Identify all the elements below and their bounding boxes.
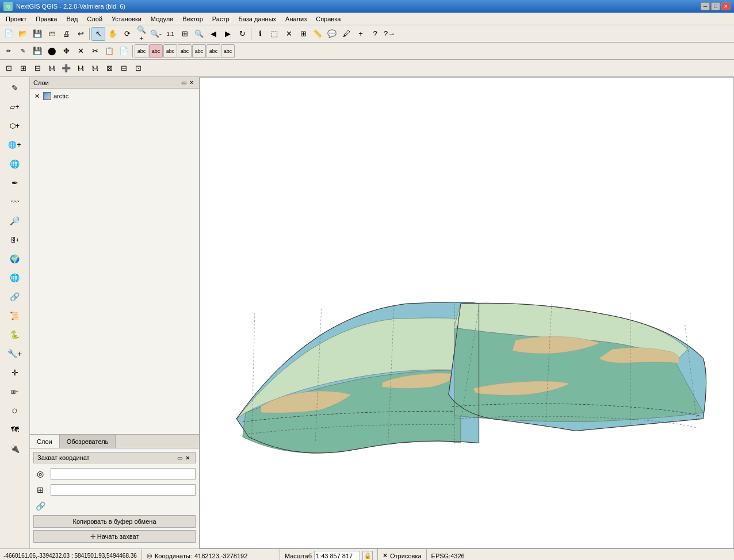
snake-tool[interactable]: 🐍 — [6, 325, 24, 344]
plugin-btn-6[interactable]: Ⲙ — [74, 62, 87, 75]
query-tool[interactable]: 🔎 — [6, 212, 24, 230]
copy-to-clipboard-button[interactable]: Копировать в буфер обмена — [33, 515, 196, 528]
menu-vector[interactable]: Вектор — [178, 13, 208, 25]
label-abc-5[interactable]: abc — [207, 44, 220, 58]
layer-visibility-checkbox[interactable]: ✕ — [33, 93, 41, 100]
scale-input[interactable] — [314, 551, 360, 561]
tab-layers[interactable]: Слои — [30, 435, 60, 448]
rotate-button[interactable]: ⟳ — [120, 27, 134, 41]
spanner-tool[interactable]: 🔧+ — [6, 344, 24, 363]
undo-button[interactable]: ↩ — [74, 27, 87, 41]
coord-x-input[interactable] — [51, 468, 196, 480]
plugin-btn-7[interactable]: Ⲙ — [88, 62, 102, 75]
annotation-button[interactable]: 🖊 — [339, 27, 353, 41]
move-tool[interactable]: ✥ — [59, 44, 73, 58]
table-tool[interactable]: ⊞+ — [6, 382, 24, 401]
coord-y-input[interactable] — [51, 484, 196, 496]
edit-tool[interactable]: ✏ — [2, 44, 16, 58]
open-project-button[interactable]: 📂 — [16, 27, 30, 41]
identify-button[interactable]: ℹ — [253, 27, 267, 41]
menu-database[interactable]: База данных — [234, 13, 281, 25]
layers-close-button[interactable]: ✕ — [188, 79, 196, 87]
label-abc-3[interactable]: abc — [178, 44, 192, 58]
plugin-btn-9[interactable]: ⊟ — [117, 62, 131, 75]
new-project-button[interactable]: 📄 — [2, 27, 16, 41]
maximize-button[interactable]: □ — [711, 2, 720, 10]
paste-tool[interactable]: 📄 — [117, 44, 131, 58]
help-button[interactable]: ? — [368, 27, 382, 41]
map-tool[interactable]: 🗺 — [6, 420, 24, 439]
add-wms-tool[interactable]: 🌐+ — [6, 136, 24, 154]
scale-lock-button[interactable]: 🔒 — [362, 551, 373, 561]
layer-item-arctic[interactable]: ✕ arctic — [32, 91, 197, 101]
zoom-actual-button[interactable]: 1:1 — [163, 27, 177, 41]
edit2-tool[interactable]: ✎ — [16, 44, 30, 58]
menu-edit[interactable]: Правка — [31, 13, 62, 25]
whats-this-button[interactable]: ?→ — [383, 27, 396, 41]
measure-button[interactable]: 📏 — [311, 27, 324, 41]
label-abc-2[interactable]: abc — [163, 44, 177, 58]
menu-help[interactable]: Справка — [311, 13, 345, 25]
add-raster-tool[interactable]: ⬡+ — [6, 117, 24, 135]
menu-layer[interactable]: Слой — [82, 13, 107, 25]
zoom-in-button[interactable]: 🔍+ — [135, 27, 148, 41]
zoom-extent-button[interactable]: ⊞ — [178, 27, 192, 41]
stream-tool[interactable]: 〰 — [6, 193, 24, 211]
menu-settings[interactable]: Установки — [107, 13, 146, 25]
deselect-button[interactable]: ✕ — [282, 27, 296, 41]
close-button[interactable]: ✕ — [721, 2, 731, 10]
coord-close-button[interactable]: ✕ — [183, 454, 192, 462]
refresh-button[interactable]: ↻ — [235, 27, 249, 41]
zoom-prev-button[interactable]: ◀ — [207, 27, 220, 41]
add-feature-button[interactable]: + — [354, 27, 368, 41]
map-canvas[interactable] — [200, 77, 734, 549]
plugin-btn-2[interactable]: ⊞ — [16, 62, 30, 75]
draw-point[interactable]: ⬤ — [45, 44, 59, 58]
zoom-out-button[interactable]: 🔍- — [149, 27, 163, 41]
label-abc-pin[interactable]: abc — [149, 44, 163, 58]
menu-plugins[interactable]: Модули — [146, 13, 178, 25]
zoom-layer-button[interactable]: 🔍 — [192, 27, 206, 41]
print-button[interactable]: 🖨 — [59, 27, 73, 41]
start-capture-button[interactable]: ✛ Начать захват — [33, 530, 196, 543]
save-layer[interactable]: 💾 — [30, 44, 44, 58]
globe-tool[interactable]: 🌍 — [6, 250, 24, 268]
add-polygon-tool[interactable]: ▱+ — [6, 98, 24, 116]
plugin2-tool[interactable]: 🔌 — [6, 439, 24, 458]
status-epsg-section[interactable]: EPSG:4326 — [431, 549, 469, 560]
label-abc-6[interactable]: abc — [221, 44, 235, 58]
attr-table-button[interactable]: ⊞ — [296, 27, 310, 41]
layers-collapse-button[interactable]: ▭ — [179, 79, 188, 87]
pan-tool-button[interactable]: ✋ — [106, 27, 120, 41]
plugin-btn-10[interactable]: ⊡ — [131, 62, 145, 75]
label-abc-4[interactable]: abc — [192, 44, 206, 58]
delete-tool[interactable]: ✕ — [74, 44, 87, 58]
minimize-button[interactable]: ─ — [701, 2, 710, 10]
plugin-btn-8[interactable]: ⊠ — [102, 62, 116, 75]
node-edit-tool[interactable]: ✒ — [6, 174, 24, 192]
map-tips-button[interactable]: 💬 — [325, 27, 339, 41]
select-rect-button[interactable]: ⬚ — [267, 27, 281, 41]
connect-tool[interactable]: 🔗 — [6, 287, 24, 306]
menu-analysis[interactable]: Анализ — [281, 13, 311, 25]
zoom-next-button[interactable]: ▶ — [221, 27, 235, 41]
plugin-btn-3[interactable]: ⊟ — [30, 62, 44, 75]
layer-toggle[interactable]: ⬡ — [6, 401, 24, 420]
plugin-btn-1[interactable]: ⊡ — [2, 62, 16, 75]
cut-tool[interactable]: ✂ — [88, 44, 102, 58]
menu-view[interactable]: Вид — [62, 13, 82, 25]
label-abc-1[interactable]: abc — [135, 44, 148, 58]
tab-browser[interactable]: Обозреватель — [60, 435, 116, 448]
menu-project[interactable]: Проект — [1, 13, 31, 25]
crosshair-tool[interactable]: ✛ — [6, 363, 24, 382]
save-project-button[interactable]: 💾 — [30, 27, 44, 41]
script-tool[interactable]: 📜 — [6, 306, 24, 325]
coord-collapse-button[interactable]: ▭ — [175, 454, 183, 462]
select-tool-button[interactable]: ↖ — [91, 27, 105, 41]
plugin-btn-4[interactable]: Ⲙ — [45, 62, 59, 75]
globe2-tool[interactable]: 🌐 — [6, 269, 24, 287]
plugin-btn-5[interactable]: ➕ — [59, 62, 73, 75]
save-as-button[interactable]: 🗃 — [45, 27, 59, 41]
copy-tool[interactable]: 📋 — [102, 44, 116, 58]
menu-raster[interactable]: Растр — [208, 13, 234, 25]
